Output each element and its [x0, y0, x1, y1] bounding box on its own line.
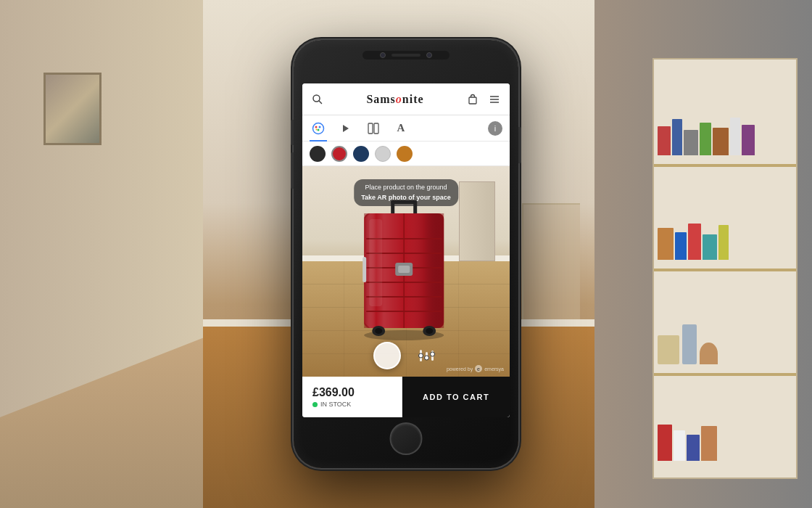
front-sensor: [426, 52, 432, 58]
svg-point-31: [375, 328, 382, 334]
color-black[interactable]: [310, 146, 326, 162]
svg-rect-28: [398, 266, 410, 273]
ar-tool-play[interactable]: [337, 120, 355, 137]
brand-logo: Samsonite: [366, 93, 423, 106]
color-amber[interactable]: [397, 146, 413, 162]
ar-capture-button[interactable]: [373, 342, 401, 369]
search-icon[interactable]: [311, 93, 324, 106]
ar-info-button[interactable]: i: [488, 121, 502, 136]
front-camera: [380, 52, 386, 58]
price-section: £369.00 IN STOCK: [302, 377, 402, 417]
volume-down-button: [291, 152, 294, 189]
ar-viewport: Place product on the ground Take AR phot…: [302, 166, 510, 377]
svg-point-39: [425, 356, 429, 360]
color-light-grey[interactable]: [375, 146, 391, 162]
volume-up-button: [291, 120, 294, 145]
svg-point-8: [319, 126, 321, 128]
header-icons: [466, 93, 501, 106]
product-luggage: [353, 199, 455, 340]
emersya-watermark: powered by e emersya: [447, 364, 504, 373]
svg-rect-34: [369, 219, 382, 306]
ar-room-door: [459, 181, 495, 261]
svg-point-33: [426, 328, 433, 334]
wall-art: [44, 73, 102, 145]
ar-tool-text[interactable]: A: [392, 120, 410, 137]
svg-point-10: [316, 128, 318, 130]
price-display: £369.00: [312, 386, 355, 399]
svg-rect-29: [362, 257, 366, 282]
svg-rect-17: [413, 200, 417, 215]
menu-icon[interactable]: [488, 93, 501, 106]
home-button[interactable]: [390, 422, 423, 455]
phone-speaker: [392, 54, 420, 57]
svg-rect-15: [391, 200, 417, 204]
app-bottom-bar: £369.00 IN STOCK ADD TO CART: [302, 377, 510, 417]
phone-device: Samsonite: [294, 40, 518, 468]
color-swatch-bar: [302, 142, 510, 166]
phone-screen: Samsonite: [302, 83, 510, 417]
phone-body: Samsonite: [294, 40, 518, 468]
svg-point-40: [431, 352, 435, 356]
color-red[interactable]: [331, 146, 347, 162]
svg-rect-16: [391, 200, 394, 215]
ar-tool-palette[interactable]: [310, 120, 327, 137]
stock-status: IN STOCK: [312, 401, 351, 408]
bag-icon[interactable]: [466, 93, 479, 106]
phone-top-bar: [362, 51, 450, 60]
color-navy[interactable]: [353, 146, 369, 162]
svg-line-1: [319, 100, 322, 103]
ar-adjust-button[interactable]: [415, 344, 439, 367]
svg-point-38: [419, 353, 423, 358]
power-button: [518, 127, 521, 163]
ar-tool-split[interactable]: [365, 120, 382, 137]
svg-point-6: [313, 123, 324, 134]
svg-rect-12: [368, 123, 373, 134]
app-header: Samsonite: [302, 83, 510, 115]
svg-rect-13: [374, 123, 378, 134]
bg-right-bookshelf: [594, 0, 812, 508]
svg-text:e: e: [477, 366, 480, 372]
in-stock-indicator: [312, 402, 318, 407]
svg-rect-2: [469, 97, 476, 104]
svg-point-9: [318, 128, 320, 131]
ar-toolbar: A i: [302, 115, 510, 142]
svg-marker-11: [343, 125, 349, 132]
svg-point-7: [315, 126, 318, 128]
add-to-cart-button[interactable]: ADD TO CART: [402, 377, 510, 417]
